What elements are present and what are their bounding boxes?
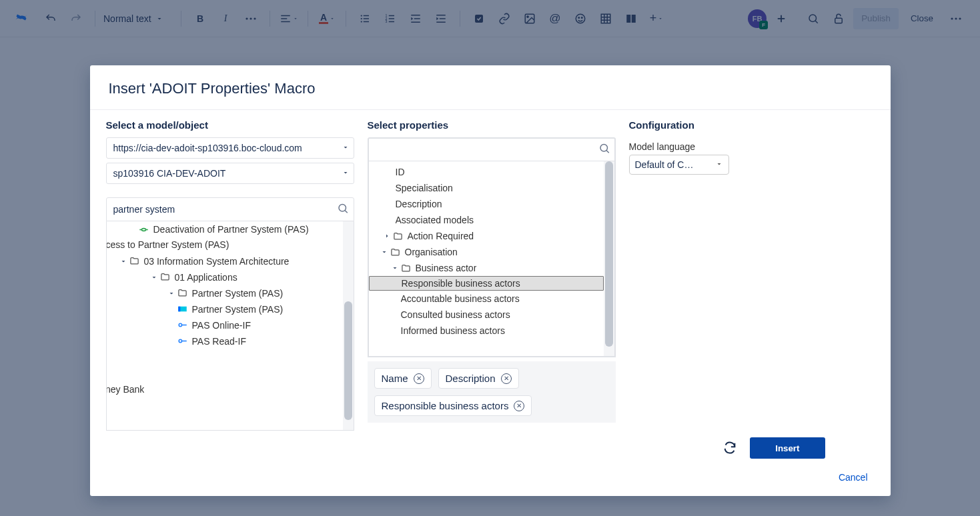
scrollbar[interactable] bbox=[604, 161, 614, 356]
property-item[interactable]: Business actor bbox=[369, 260, 604, 276]
chevron-down-icon bbox=[342, 143, 350, 153]
search-icon bbox=[598, 143, 610, 157]
svg-point-59 bbox=[600, 145, 608, 152]
property-item-label: Action Required bbox=[408, 231, 474, 241]
property-item-label: Informed business actors bbox=[401, 325, 505, 336]
folder-icon bbox=[177, 288, 188, 299]
green-icon bbox=[139, 224, 149, 235]
property-chip: Responsible business actors✕ bbox=[374, 395, 532, 416]
property-item-label: Consulted business actors bbox=[401, 309, 510, 320]
url-value: https://cia-dev-adoit-sp103916.boc-cloud… bbox=[113, 143, 302, 153]
property-item-label: Accountable business actors bbox=[401, 293, 520, 304]
model-search-input[interactable] bbox=[106, 197, 354, 221]
property-item[interactable]: Informed business actors bbox=[369, 323, 604, 339]
property-item[interactable]: Action Required bbox=[369, 228, 604, 244]
tree-item[interactable]: Partner System (PAS) bbox=[106, 301, 343, 317]
tree-item-label: PAS Read-IF bbox=[192, 336, 246, 347]
chevron-down-icon bbox=[119, 257, 128, 265]
chip-remove-button[interactable]: ✕ bbox=[514, 401, 524, 411]
model-tree: Deactivation of Partner System (PAS)With… bbox=[106, 221, 354, 431]
property-item-label: Specialisation bbox=[396, 183, 453, 193]
cancel-button[interactable]: Cancel bbox=[839, 472, 868, 483]
property-item-label: ID bbox=[396, 167, 405, 177]
tree-item-label: Deactivation of Partner System (PAS) bbox=[153, 224, 309, 235]
property-item[interactable]: ID bbox=[369, 164, 604, 180]
macro-modal: Insert 'ADOIT Properties' Macro Select a… bbox=[90, 65, 891, 496]
svg-point-45 bbox=[339, 205, 346, 212]
chevron-right-icon bbox=[382, 232, 392, 240]
chip-label: Responsible business actors bbox=[382, 400, 509, 411]
chevron-down-icon bbox=[380, 248, 389, 256]
tree-item[interactable]: Models bbox=[106, 349, 343, 365]
tree-item[interactable]: Deactivation of Partner System (PAS) bbox=[106, 221, 343, 237]
tree-item-label: Partner System (PAS) bbox=[192, 288, 284, 299]
modal-overlay: Insert 'ADOIT Properties' Macro Select a… bbox=[0, 0, 980, 516]
repo-select[interactable]: sp103916 CIA-DEV-ADOIT bbox=[106, 163, 354, 184]
chip-label: Name bbox=[382, 373, 408, 384]
folder-icon bbox=[160, 272, 171, 283]
property-item[interactable]: Responsible business actors bbox=[369, 276, 604, 291]
tree-item[interactable]: Models bbox=[106, 365, 343, 381]
model-language-select[interactable]: Default of C… bbox=[629, 155, 729, 175]
property-item-label: Business actor bbox=[416, 263, 477, 273]
model-language-label: Model language bbox=[629, 141, 875, 152]
select-model-heading: Select a model/object bbox=[106, 119, 354, 131]
tree-item-label: Partner System (PAS) bbox=[192, 304, 284, 315]
chevron-down-icon bbox=[342, 168, 350, 179]
property-tree: IDSpecialisationDescriptionAssociated mo… bbox=[368, 161, 616, 357]
property-item-label: Description bbox=[396, 199, 442, 209]
tree-item[interactable]: Partner System (PAS) bbox=[106, 285, 343, 301]
property-item[interactable]: Consulted business actors bbox=[369, 307, 604, 323]
tree-item-label: 01 Applications bbox=[175, 272, 237, 283]
property-item-label: Organisation bbox=[405, 247, 458, 257]
select-properties-heading: Select properties bbox=[368, 119, 616, 131]
property-search-input[interactable] bbox=[368, 137, 616, 161]
tree-item[interactable]: 02 EAM bbox=[106, 397, 343, 413]
search-icon bbox=[337, 203, 349, 217]
chevron-down-icon bbox=[167, 289, 176, 297]
cyan-icon bbox=[177, 304, 188, 315]
url-select[interactable]: https://cia-dev-adoit-sp103916.boc-cloud… bbox=[106, 137, 354, 159]
tree-item-label: 03 Information System Architecture bbox=[144, 256, 290, 267]
configuration-heading: Configuration bbox=[629, 119, 875, 131]
property-item[interactable]: Organisation bbox=[369, 244, 604, 260]
blue-icon bbox=[177, 336, 188, 347]
folder-icon bbox=[393, 231, 404, 241]
tree-item-label: Withdrawal of write access to Partner Sy… bbox=[106, 239, 229, 251]
tree-item[interactable]: 03 Information System Architecture bbox=[106, 253, 343, 269]
chip-remove-button[interactable]: ✕ bbox=[501, 373, 512, 384]
chevron-down-icon bbox=[715, 159, 723, 170]
insert-button[interactable]: Insert bbox=[750, 437, 825, 459]
property-item-label: Responsible business actors bbox=[402, 278, 520, 289]
svg-point-55 bbox=[179, 323, 181, 326]
property-item[interactable]: Specialisation bbox=[369, 180, 604, 196]
tree-item[interactable]: PAS Read-IF bbox=[106, 333, 343, 349]
chip-label: Description bbox=[446, 373, 496, 384]
selected-properties-chips: Name✕Description✕Responsible business ac… bbox=[368, 361, 616, 423]
property-chip: Description✕ bbox=[438, 368, 519, 389]
folder-icon bbox=[390, 247, 401, 257]
tree-item[interactable]: 01 ADOmoney Bank bbox=[106, 381, 343, 397]
chevron-down-icon bbox=[390, 264, 400, 272]
chevron-down-icon bbox=[149, 273, 159, 281]
tree-item[interactable]: PAS Online-IF bbox=[106, 317, 343, 333]
modal-title: Insert 'ADOIT Properties' Macro bbox=[109, 80, 872, 97]
svg-line-46 bbox=[345, 211, 348, 213]
property-item[interactable]: Description bbox=[369, 196, 604, 212]
tree-item[interactable]: 01 Applications bbox=[106, 269, 343, 285]
svg-rect-54 bbox=[178, 307, 180, 312]
tree-item[interactable]: Withdrawal of write access to Partner Sy… bbox=[106, 237, 343, 253]
property-item[interactable]: Accountable business actors bbox=[369, 291, 604, 307]
repo-value: sp103916 CIA-DEV-ADOIT bbox=[113, 168, 226, 179]
property-item[interactable]: Associated models bbox=[369, 212, 604, 228]
blue-icon bbox=[177, 320, 188, 331]
chip-remove-button[interactable]: ✕ bbox=[414, 373, 424, 384]
property-item-label: Associated models bbox=[396, 215, 474, 225]
folder-icon bbox=[129, 256, 140, 267]
svg-point-48 bbox=[141, 228, 145, 231]
folder-icon bbox=[401, 263, 412, 273]
svg-line-60 bbox=[606, 151, 609, 153]
refresh-button[interactable] bbox=[722, 440, 738, 456]
scrollbar[interactable] bbox=[343, 221, 354, 430]
svg-point-57 bbox=[179, 339, 181, 342]
